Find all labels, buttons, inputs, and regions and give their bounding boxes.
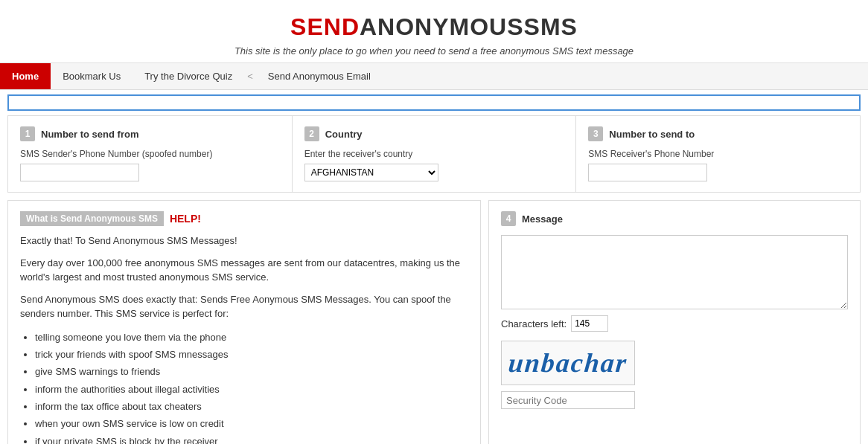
- nav-separator: <: [244, 65, 256, 88]
- left-panel: What is Send Anonymous SMS HELP! Exactly…: [7, 200, 481, 444]
- chars-left-input[interactable]: [571, 315, 608, 332]
- logo-rest: ANONYMOUSSMS: [360, 13, 578, 40]
- message-textarea[interactable]: [501, 235, 848, 309]
- captcha-text: unbachar: [507, 347, 629, 379]
- nav-bookmark[interactable]: Bookmark Us: [51, 63, 133, 89]
- list-item: give SMS warnings to friends: [35, 363, 468, 380]
- left-para3: Send Anonymous SMS does exactly that: Se…: [20, 292, 468, 321]
- nav-anonymous-email[interactable]: Send Anonymous Email: [256, 63, 383, 89]
- captcha-image: unbachar: [501, 341, 635, 385]
- receiver-phone-input[interactable]: [588, 164, 707, 181]
- chars-left-label: Characters left:: [501, 318, 567, 329]
- steps-row: 1 Number to send from SMS Sender's Phone…: [7, 115, 861, 193]
- left-bullets: telling someone you love them via the ph…: [35, 329, 468, 445]
- step-3-label: SMS Receiver's Phone Number: [588, 149, 848, 159]
- help-label: HELP!: [170, 213, 201, 225]
- message-step-number: 4: [501, 211, 516, 226]
- step-3-box: 3 Number to send to SMS Receiver's Phone…: [576, 116, 860, 192]
- left-para2: Every day over 100,000 free anonymous SM…: [20, 256, 468, 285]
- logo-send: SEND: [290, 13, 360, 40]
- step-2-box: 2 Country Enter the receiver's country A…: [293, 116, 577, 192]
- nav-divorce-quiz[interactable]: Try the Divorce Quiz: [133, 63, 244, 89]
- step-3-number: 3: [588, 126, 603, 141]
- sender-phone-input[interactable]: [20, 164, 139, 181]
- step-1-number: 1: [20, 126, 35, 141]
- right-panel: 4 Message Characters left: unbachar: [488, 200, 861, 444]
- site-logo: SENDANONYMOUSSMS: [0, 13, 868, 41]
- list-item: inform the tax office about tax cheaters: [35, 398, 468, 415]
- left-body: Exactly that! To Send Anonymous SMS Mess…: [20, 234, 468, 444]
- list-item: when your own SMS service is low on cred…: [35, 415, 468, 432]
- step-3-title: Number to send to: [609, 129, 695, 140]
- step-1-box: 1 Number to send from SMS Sender's Phone…: [8, 116, 293, 192]
- list-item: inform the authorities about illegal act…: [35, 381, 468, 398]
- step-2-number: 2: [304, 126, 319, 141]
- list-item: if your private SMS is block by the rece…: [35, 433, 468, 444]
- main-content: What is Send Anonymous SMS HELP! Exactly…: [7, 200, 861, 444]
- left-para1: Exactly that! To Send Anonymous SMS Mess…: [20, 234, 468, 248]
- site-header: SENDANONYMOUSSMS This site is the only p…: [0, 0, 868, 63]
- nav-home[interactable]: Home: [0, 63, 51, 89]
- step-2-title: Country: [325, 129, 363, 140]
- message-title: Message: [522, 213, 563, 225]
- country-select[interactable]: AFGHANISTAN ALBANIA ALGERIA ANDORRA ANGO…: [304, 164, 438, 181]
- highlight-bar: [7, 94, 861, 111]
- site-tagline: This site is the only place to go when y…: [0, 45, 868, 57]
- step-1-label: SMS Sender's Phone Number (spoofed numbe…: [20, 149, 280, 159]
- navbar: Home Bookmark Us Try the Divorce Quiz < …: [0, 63, 868, 90]
- list-item: telling someone you love them via the ph…: [35, 329, 468, 346]
- what-is-badge: What is Send Anonymous SMS: [20, 211, 164, 226]
- security-code-input[interactable]: [501, 391, 635, 409]
- step-1-title: Number to send from: [41, 129, 138, 140]
- step-2-label: Enter the receiver's country: [304, 149, 564, 159]
- list-item: trick your friends with spoof SMS mnessa…: [35, 346, 468, 363]
